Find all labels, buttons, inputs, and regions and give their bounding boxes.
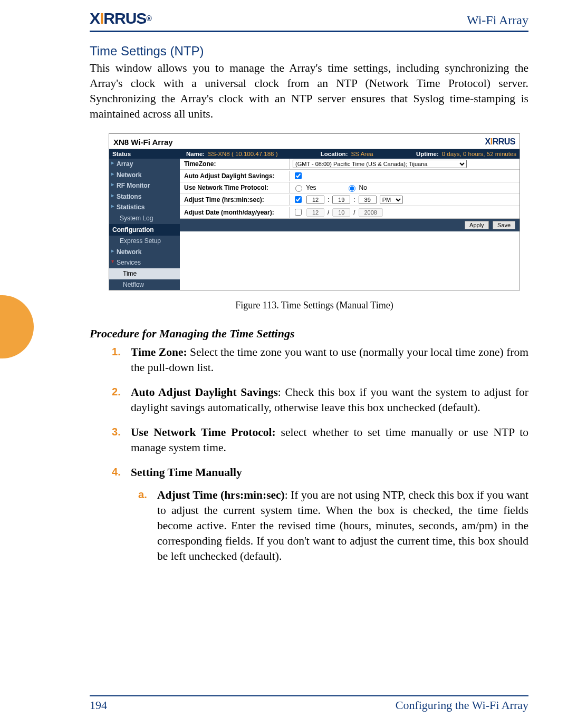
location-label: Location: xyxy=(321,151,348,157)
step-4: Setting Time Manually Adjust Time (hrs:m… xyxy=(112,465,528,564)
dst-checkbox[interactable] xyxy=(295,172,302,179)
step-1: Time Zone: Select the time zone you want… xyxy=(112,345,528,375)
timezone-select[interactable]: (GMT - 08:00) Pacific Time (US & Canada)… xyxy=(293,160,467,168)
sidebar-item-system-log[interactable]: System Log xyxy=(109,213,180,224)
step-2: Auto Adjust Daylight Savings: Check this… xyxy=(112,385,528,415)
day-input[interactable] xyxy=(332,208,350,217)
name-label: Name: xyxy=(186,151,205,157)
save-button[interactable]: Save xyxy=(493,221,515,229)
sidebar-item-time[interactable]: Time xyxy=(109,268,180,279)
button-bar: Apply Save xyxy=(180,219,520,231)
sidebar-item-netflow[interactable]: Netflow xyxy=(109,279,180,290)
footer-title: Configuring the Wi-Fi Array xyxy=(396,698,528,712)
step-3: Use Network Time Protocol: select whethe… xyxy=(112,425,528,455)
procedure-list: Time Zone: Select the time zone you want… xyxy=(90,345,528,564)
ntp-yes-label: Yes xyxy=(306,184,316,191)
apply-button[interactable]: Apply xyxy=(465,221,489,229)
brand-logo: XIRRUS® xyxy=(90,9,151,27)
adjust-date-label: Adjust Date (month/day/year): xyxy=(180,207,290,218)
ntp-no-label: No xyxy=(359,184,367,191)
sidebar-item-rf-monitor[interactable]: RF Monitor xyxy=(109,180,180,191)
ntp-yes-radio[interactable] xyxy=(295,185,302,192)
section-heading: Time Settings (NTP) xyxy=(90,44,528,59)
form-area: TimeZone: (GMT - 08:00) Pacific Time (US… xyxy=(180,159,520,290)
page-header: XIRRUS® Wi-Fi Array xyxy=(90,9,528,32)
screenshot-sidebar: Array Network RF Monitor Stations Statis… xyxy=(109,159,180,290)
sidebar-item-express-setup[interactable]: Express Setup xyxy=(109,236,180,247)
year-input[interactable] xyxy=(359,208,383,217)
sidebar-item-network-cfg[interactable]: Network xyxy=(109,247,180,258)
adjust-time-checkbox[interactable] xyxy=(295,196,302,203)
sidebar-item-network[interactable]: Network xyxy=(109,170,180,181)
ampm-select[interactable]: PM xyxy=(380,196,403,204)
screenshot-titlebar: XN8 Wi-Fi Array XIRRUS xyxy=(109,134,520,149)
sidebar-item-array[interactable]: Array xyxy=(109,159,180,170)
page-footer: 194 Configuring the Wi-Fi Array xyxy=(90,695,528,712)
location-value: SS Area xyxy=(351,151,373,157)
sidebar-heading-configuration: Configuration xyxy=(109,224,180,236)
step-4a: Adjust Time (hrs:min:sec): If you are no… xyxy=(138,488,528,564)
adjust-date-checkbox[interactable] xyxy=(295,209,302,216)
page-number: 194 xyxy=(90,698,107,712)
sidebar-item-services[interactable]: Services xyxy=(109,257,180,268)
timezone-label: TimeZone: xyxy=(180,159,290,169)
figure-container: XN8 Wi-Fi Array XIRRUS Status Name: SS-X… xyxy=(109,133,520,311)
month-input[interactable] xyxy=(306,208,324,217)
uptime-label: Uptime: xyxy=(416,151,439,157)
window-title: XN8 Wi-Fi Array xyxy=(113,138,173,147)
intro-paragraph: This window allows you to manage the Arr… xyxy=(90,61,528,122)
ntp-label: Use Network Time Protocol: xyxy=(180,182,290,193)
ntp-no-radio[interactable] xyxy=(349,185,355,192)
mini-brand-logo: XIRRUS xyxy=(485,137,515,147)
figure-caption: Figure 113. Time Settings (Manual Time) xyxy=(109,300,520,311)
sidebar-item-statistics[interactable]: Statistics xyxy=(109,202,180,213)
document-title: Wi-Fi Array xyxy=(467,13,528,27)
screenshot: XN8 Wi-Fi Array XIRRUS Status Name: SS-X… xyxy=(109,133,520,290)
hours-input[interactable] xyxy=(306,196,324,204)
adjust-time-label: Adjust Time (hrs:min:sec): xyxy=(180,195,290,205)
status-heading: Status xyxy=(112,151,180,157)
dst-label: Auto Adjust Daylight Savings: xyxy=(180,171,290,181)
sidebar-item-stations[interactable]: Stations xyxy=(109,191,180,202)
name-value: SS-XN8 ( 10.100.47.186 ) xyxy=(208,151,277,157)
status-strip: Status Name: SS-XN8 ( 10.100.47.186 ) Lo… xyxy=(109,149,520,159)
minutes-input[interactable] xyxy=(332,196,350,204)
uptime-value: 0 days, 0 hours, 52 minutes xyxy=(442,151,516,157)
procedure-heading: Procedure for Managing the Time Settings xyxy=(90,327,528,341)
seconds-input[interactable] xyxy=(359,196,377,204)
